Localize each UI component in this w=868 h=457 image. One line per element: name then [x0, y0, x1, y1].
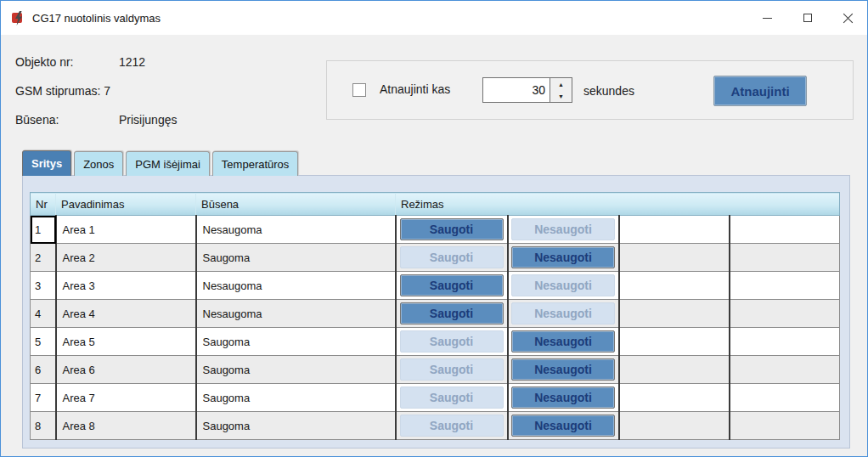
row-number-cell[interactable]: 5	[31, 328, 56, 356]
chevron-up-icon: ▲	[558, 82, 564, 87]
arm-button-cell: Saugoti	[396, 272, 508, 300]
disarm-button[interactable]: Nesaugoti	[511, 330, 615, 353]
area-state-cell: Saugoma	[196, 384, 396, 412]
area-name-cell[interactable]: Area 2	[56, 244, 196, 272]
status-value: Prisijungęs	[119, 113, 177, 127]
disarm-button-cell: Nesaugoti	[508, 216, 619, 244]
area-state-cell: Saugoma	[196, 356, 396, 384]
area-name-cell[interactable]: Area 7	[56, 384, 196, 412]
area-name-cell[interactable]: Area 3	[56, 272, 196, 300]
empty-cell	[619, 216, 730, 244]
area-name-cell[interactable]: Area 6	[56, 356, 196, 384]
disarm-button[interactable]: Nesaugoti	[511, 386, 615, 409]
empty-cell	[730, 384, 840, 412]
header-nr: Nr	[31, 193, 56, 216]
empty-cell	[619, 300, 730, 328]
area-name-cell[interactable]: Area 8	[56, 412, 196, 440]
arm-button[interactable]: Saugoti	[400, 330, 504, 353]
table-header: Nr Pavadinimas Būsena Režimas	[31, 193, 840, 216]
table-row: 8 Area 8 Saugoma Saugoti Nesaugoti	[31, 412, 840, 440]
empty-cell	[619, 356, 730, 384]
arm-button[interactable]: Saugoti	[400, 246, 504, 268]
empty-cell	[730, 300, 840, 328]
area-name-cell[interactable]: Area 5	[56, 328, 196, 356]
table-row: 5 Area 5 Saugoma Saugoti Nesaugoti	[31, 328, 840, 356]
arm-button[interactable]: Saugoti	[400, 218, 504, 240]
auto-refresh-label: Atnaujinti kas	[380, 82, 450, 96]
disarm-button-cell: Nesaugoti	[508, 384, 619, 412]
arm-button[interactable]: Saugoti	[400, 358, 504, 381]
table-body: 1 Area 1 Nesaugoma Saugoti Nesaugoti 2 A…	[31, 216, 840, 440]
disarm-button[interactable]: Nesaugoti	[511, 246, 615, 268]
arm-button-cell: Saugoti	[396, 244, 508, 272]
minimize-button[interactable]	[747, 1, 787, 35]
arm-button[interactable]: Saugoti	[400, 274, 504, 296]
arm-button[interactable]: Saugoti	[400, 386, 504, 409]
chevron-down-icon: ▼	[558, 93, 564, 99]
empty-cell	[730, 356, 840, 384]
arm-button-cell: Saugoti	[396, 356, 508, 384]
disarm-button[interactable]: Nesaugoti	[511, 274, 615, 296]
row-number-cell[interactable]: 4	[31, 300, 56, 328]
gsm-strength-label: GSM stiprumas:	[15, 84, 100, 98]
app-window: CG17 nuotolinis valdymas Objekto nr:1212…	[0, 0, 868, 457]
areas-table: Nr Pavadinimas Būsena Režimas 1 Area 1 N…	[30, 192, 840, 440]
seconds-label: sekundes	[583, 84, 634, 98]
interval-input[interactable]	[482, 77, 550, 103]
empty-cell	[619, 412, 730, 440]
empty-cell	[730, 272, 840, 300]
tab-temperaturos[interactable]: Temperatūros	[212, 151, 298, 176]
close-button[interactable]	[827, 1, 867, 35]
table-row: 1 Area 1 Nesaugoma Saugoti Nesaugoti	[31, 216, 840, 244]
disarm-button[interactable]: Nesaugoti	[511, 302, 615, 324]
table-row: 2 Area 2 Saugoma Saugoti Nesaugoti	[31, 244, 840, 272]
area-name-cell[interactable]: Area 1	[56, 216, 196, 244]
close-icon	[842, 13, 853, 24]
stepper-down-button[interactable]: ▼	[550, 90, 572, 102]
area-name-cell[interactable]: Area 4	[56, 300, 196, 328]
disarm-button[interactable]: Nesaugoti	[511, 358, 615, 381]
object-number-row: Objekto nr:1212	[15, 55, 145, 69]
empty-cell	[730, 244, 840, 272]
tab-pgm-isejimai[interactable]: PGM išėjimai	[126, 151, 210, 176]
status-label: Būsena:	[15, 113, 119, 127]
maximize-button[interactable]	[787, 1, 827, 35]
stepper-up-button[interactable]: ▲	[550, 78, 572, 90]
gsm-strength-row: GSM stiprumas:7	[15, 84, 110, 98]
empty-cell	[619, 328, 730, 356]
empty-cell	[730, 412, 840, 440]
arm-button[interactable]: Saugoti	[400, 302, 504, 324]
area-state-cell: Saugoma	[196, 244, 396, 272]
tab-zonos[interactable]: Zonos	[74, 151, 123, 176]
areas-tab-panel: Nr Pavadinimas Būsena Režimas 1 Area 1 N…	[22, 175, 850, 449]
title-bar: CG17 nuotolinis valdymas	[1, 1, 867, 35]
arm-button-cell: Saugoti	[396, 412, 508, 440]
row-number-cell[interactable]: 1	[31, 216, 56, 244]
arm-button[interactable]: Saugoti	[400, 415, 504, 437]
disarm-button-cell: Nesaugoti	[508, 356, 619, 384]
disarm-button[interactable]: Nesaugoti	[511, 415, 615, 437]
row-number-cell[interactable]: 8	[31, 412, 56, 440]
row-number-cell[interactable]: 3	[31, 272, 56, 300]
row-number-cell[interactable]: 6	[31, 356, 56, 384]
window-controls	[747, 1, 867, 35]
tab-sritys[interactable]: Sritys	[22, 150, 71, 176]
disarm-button-cell: Nesaugoti	[508, 272, 619, 300]
arm-button-cell: Saugoti	[396, 300, 508, 328]
minimize-icon	[763, 18, 772, 19]
interval-stepper: ▲ ▼	[550, 77, 572, 103]
interval-input-group: ▲ ▼	[482, 77, 572, 103]
header-pavadinimas: Pavadinimas	[56, 193, 196, 216]
lightning-bolt-icon	[12, 12, 25, 25]
refresh-button[interactable]: Atnaujinti	[713, 76, 807, 106]
auto-refresh-checkbox[interactable]	[352, 83, 366, 97]
area-state-cell: Nesaugoma	[196, 216, 396, 244]
header-rezimas: Režimas	[396, 193, 840, 216]
gsm-strength-value: 7	[104, 84, 110, 98]
row-number-cell[interactable]: 2	[31, 244, 56, 272]
disarm-button[interactable]: Nesaugoti	[511, 218, 615, 240]
table-row: 6 Area 6 Saugoma Saugoti Nesaugoti	[31, 356, 840, 384]
row-number-cell[interactable]: 7	[31, 384, 56, 412]
empty-cell	[619, 384, 730, 412]
disarm-button-cell: Nesaugoti	[508, 300, 619, 328]
